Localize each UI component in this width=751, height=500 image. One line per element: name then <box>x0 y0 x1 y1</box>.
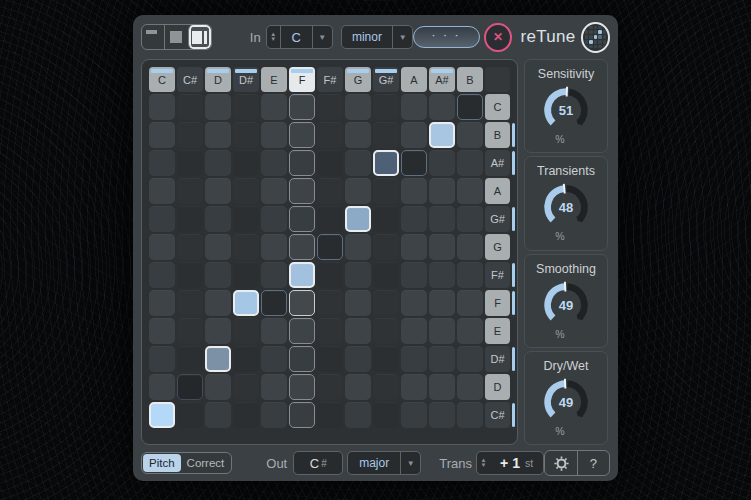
grid-cell-D#-to-D[interactable] <box>233 374 259 400</box>
transpose-stepper[interactable]: ▲ ▼ + 1 st <box>476 451 544 475</box>
knob-smoothing[interactable]: 49 <box>536 276 596 334</box>
grid-cell-A-to-D[interactable] <box>401 374 427 400</box>
grid-cell-C-to-G#[interactable] <box>149 206 175 232</box>
grid-cell-F-to-G#[interactable] <box>289 206 315 232</box>
grid-cell-C-to-C#[interactable] <box>149 402 175 428</box>
grid-cell-G#-to-C[interactable] <box>373 94 399 120</box>
grid-cell-A#-to-D[interactable] <box>429 374 455 400</box>
column-header-E[interactable]: E <box>261 67 287 92</box>
grid-cell-C-to-E[interactable] <box>149 318 175 344</box>
row-label-A#[interactable]: A# <box>485 150 510 176</box>
grid-cell-G#-to-G#[interactable] <box>373 206 399 232</box>
grid-cell-D-to-F[interactable] <box>205 290 231 316</box>
grid-cell-C#-to-A#[interactable] <box>177 150 203 176</box>
grid-cell-C-to-B[interactable] <box>149 122 175 148</box>
grid-cell-B-to-D#[interactable] <box>457 346 483 372</box>
grid-cell-F-to-A#[interactable] <box>289 150 315 176</box>
grid-cell-E-to-F[interactable] <box>261 290 287 316</box>
grid-cell-D#-to-A#[interactable] <box>233 150 259 176</box>
grid-cell-F-to-F[interactable] <box>289 290 315 316</box>
grid-cell-C-to-D#[interactable] <box>149 346 175 372</box>
row-label-F[interactable]: F <box>485 290 510 316</box>
grid-cell-G-to-C#[interactable] <box>345 402 371 428</box>
column-header-F#[interactable]: F# <box>317 67 343 92</box>
grid-cell-G-to-D#[interactable] <box>345 346 371 372</box>
grid-cell-D-to-F#[interactable] <box>205 262 231 288</box>
column-header-B[interactable]: B <box>457 67 483 92</box>
grid-cell-D#-to-F#[interactable] <box>233 262 259 288</box>
step-down-icon[interactable]: ▼ <box>480 463 486 468</box>
grid-cell-F#-to-B[interactable] <box>317 122 343 148</box>
grid-cell-A-to-C#[interactable] <box>401 402 427 428</box>
column-header-G#[interactable]: G# <box>373 67 399 92</box>
grid-cell-C#-to-A[interactable] <box>177 178 203 204</box>
grid-cell-E-to-C#[interactable] <box>261 402 287 428</box>
grid-cell-G#-to-E[interactable] <box>373 318 399 344</box>
grid-cell-B-to-D[interactable] <box>457 374 483 400</box>
grid-cell-D-to-D[interactable] <box>205 374 231 400</box>
grid-cell-C#-to-D[interactable] <box>177 374 203 400</box>
grid-cell-G#-to-F[interactable] <box>373 290 399 316</box>
grid-cell-A-to-A[interactable] <box>401 178 427 204</box>
grid-cell-A#-to-B[interactable] <box>429 122 455 148</box>
column-header-C[interactable]: C <box>149 67 175 92</box>
grid-cell-B-to-F#[interactable] <box>457 262 483 288</box>
grid-cell-D-to-E[interactable] <box>205 318 231 344</box>
grid-cell-E-to-G#[interactable] <box>261 206 287 232</box>
grid-cell-A#-to-F#[interactable] <box>429 262 455 288</box>
grid-cell-C#-to-C#[interactable] <box>177 402 203 428</box>
row-label-G#[interactable]: G# <box>485 206 510 232</box>
grid-cell-A-to-F[interactable] <box>401 290 427 316</box>
grid-cell-D-to-A#[interactable] <box>205 150 231 176</box>
grid-cell-C#-to-E[interactable] <box>177 318 203 344</box>
grid-cell-B-to-B[interactable] <box>457 122 483 148</box>
grid-cell-B-to-E[interactable] <box>457 318 483 344</box>
grid-cell-D#-to-D#[interactable] <box>233 346 259 372</box>
grid-cell-D#-to-C#[interactable] <box>233 402 259 428</box>
row-label-B[interactable]: B <box>485 122 510 148</box>
grid-cell-D#-to-G[interactable] <box>233 234 259 260</box>
grid-cell-A#-to-G#[interactable] <box>429 206 455 232</box>
step-down-icon[interactable]: ▼ <box>270 37 276 42</box>
grid-cell-G#-to-B[interactable] <box>373 122 399 148</box>
grid-cell-A-to-D#[interactable] <box>401 346 427 372</box>
grid-cell-G#-to-A[interactable] <box>373 178 399 204</box>
grid-cell-A#-to-A#[interactable] <box>429 150 455 176</box>
knob-dry-wet[interactable]: 49 <box>536 373 596 431</box>
grid-cell-E-to-A#[interactable] <box>261 150 287 176</box>
grid-cell-G-to-C[interactable] <box>345 94 371 120</box>
grid-cell-G-to-E[interactable] <box>345 318 371 344</box>
grid-cell-C#-to-C[interactable] <box>177 94 203 120</box>
grid-cell-E-to-D#[interactable] <box>261 346 287 372</box>
grid-cell-A-to-F#[interactable] <box>401 262 427 288</box>
grid-cell-C-to-A[interactable] <box>149 178 175 204</box>
grid-cell-G-to-F#[interactable] <box>345 262 371 288</box>
grid-cell-F#-to-F#[interactable] <box>317 262 343 288</box>
grid-cell-B-to-A[interactable] <box>457 178 483 204</box>
row-label-D#[interactable]: D# <box>485 346 510 372</box>
grid-cell-C-to-C[interactable] <box>149 94 175 120</box>
grid-cell-B-to-C#[interactable] <box>457 402 483 428</box>
window-size-small-button[interactable] <box>142 25 164 49</box>
grid-cell-C-to-A#[interactable] <box>149 150 175 176</box>
row-label-C[interactable]: C <box>485 94 510 120</box>
grid-cell-G-to-G#[interactable] <box>345 206 371 232</box>
grid-cell-C#-to-F[interactable] <box>177 290 203 316</box>
grid-cell-C#-to-B[interactable] <box>177 122 203 148</box>
grid-cell-F-to-C#[interactable] <box>289 402 315 428</box>
row-label-E[interactable]: E <box>485 318 510 344</box>
help-button[interactable]: ? <box>577 451 609 475</box>
knob-transients[interactable]: 48 <box>536 178 596 236</box>
grid-cell-G-to-A[interactable] <box>345 178 371 204</box>
grid-cell-G#-to-D[interactable] <box>373 374 399 400</box>
column-header-D#[interactable]: D# <box>233 67 259 92</box>
grid-cell-F#-to-A#[interactable] <box>317 150 343 176</box>
grid-cell-G#-to-F#[interactable] <box>373 262 399 288</box>
column-header-G[interactable]: G <box>345 67 371 92</box>
close-button[interactable]: ✕ <box>484 23 511 52</box>
grid-cell-B-to-G#[interactable] <box>457 206 483 232</box>
chevron-down-icon[interactable]: ▼ <box>400 452 420 474</box>
grid-cell-D#-to-E[interactable] <box>233 318 259 344</box>
grid-cell-C#-to-G#[interactable] <box>177 206 203 232</box>
grid-cell-F#-to-D#[interactable] <box>317 346 343 372</box>
